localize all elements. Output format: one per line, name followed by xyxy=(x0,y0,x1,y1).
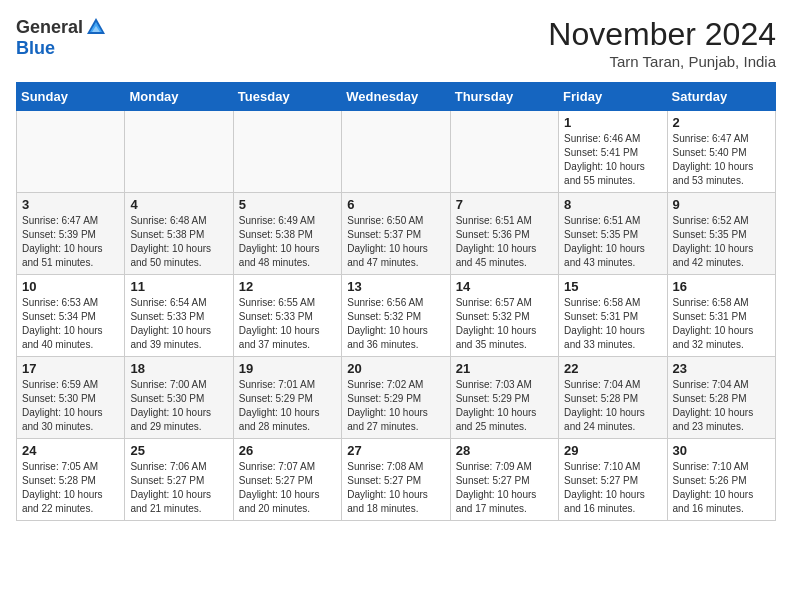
day-info: Sunrise: 7:09 AM Sunset: 5:27 PM Dayligh… xyxy=(456,460,553,516)
calendar-cell: 7Sunrise: 6:51 AM Sunset: 5:36 PM Daylig… xyxy=(450,193,558,275)
day-info: Sunrise: 7:00 AM Sunset: 5:30 PM Dayligh… xyxy=(130,378,227,434)
calendar-cell: 25Sunrise: 7:06 AM Sunset: 5:27 PM Dayli… xyxy=(125,439,233,521)
calendar-cell: 14Sunrise: 6:57 AM Sunset: 5:32 PM Dayli… xyxy=(450,275,558,357)
day-number: 19 xyxy=(239,361,336,376)
day-info: Sunrise: 6:49 AM Sunset: 5:38 PM Dayligh… xyxy=(239,214,336,270)
calendar-cell: 30Sunrise: 7:10 AM Sunset: 5:26 PM Dayli… xyxy=(667,439,775,521)
calendar-cell xyxy=(125,111,233,193)
weekday-header: Tuesday xyxy=(233,83,341,111)
day-number: 28 xyxy=(456,443,553,458)
day-info: Sunrise: 6:59 AM Sunset: 5:30 PM Dayligh… xyxy=(22,378,119,434)
month-title: November 2024 xyxy=(548,16,776,53)
day-info: Sunrise: 7:08 AM Sunset: 5:27 PM Dayligh… xyxy=(347,460,444,516)
day-number: 16 xyxy=(673,279,770,294)
day-number: 10 xyxy=(22,279,119,294)
calendar-cell: 27Sunrise: 7:08 AM Sunset: 5:27 PM Dayli… xyxy=(342,439,450,521)
calendar-cell: 2Sunrise: 6:47 AM Sunset: 5:40 PM Daylig… xyxy=(667,111,775,193)
day-info: Sunrise: 6:58 AM Sunset: 5:31 PM Dayligh… xyxy=(564,296,661,352)
day-number: 30 xyxy=(673,443,770,458)
day-number: 13 xyxy=(347,279,444,294)
day-info: Sunrise: 7:04 AM Sunset: 5:28 PM Dayligh… xyxy=(673,378,770,434)
logo-general-text: General xyxy=(16,17,83,38)
day-info: Sunrise: 6:51 AM Sunset: 5:36 PM Dayligh… xyxy=(456,214,553,270)
calendar-header-row: SundayMondayTuesdayWednesdayThursdayFrid… xyxy=(17,83,776,111)
title-block: November 2024 Tarn Taran, Punjab, India xyxy=(548,16,776,70)
day-number: 12 xyxy=(239,279,336,294)
calendar-cell: 29Sunrise: 7:10 AM Sunset: 5:27 PM Dayli… xyxy=(559,439,667,521)
weekday-header: Wednesday xyxy=(342,83,450,111)
calendar-week-row: 3Sunrise: 6:47 AM Sunset: 5:39 PM Daylig… xyxy=(17,193,776,275)
day-info: Sunrise: 7:05 AM Sunset: 5:28 PM Dayligh… xyxy=(22,460,119,516)
day-info: Sunrise: 7:10 AM Sunset: 5:26 PM Dayligh… xyxy=(673,460,770,516)
day-info: Sunrise: 6:58 AM Sunset: 5:31 PM Dayligh… xyxy=(673,296,770,352)
day-info: Sunrise: 6:57 AM Sunset: 5:32 PM Dayligh… xyxy=(456,296,553,352)
day-number: 8 xyxy=(564,197,661,212)
day-info: Sunrise: 6:47 AM Sunset: 5:39 PM Dayligh… xyxy=(22,214,119,270)
day-number: 4 xyxy=(130,197,227,212)
day-number: 17 xyxy=(22,361,119,376)
day-number: 22 xyxy=(564,361,661,376)
calendar-week-row: 10Sunrise: 6:53 AM Sunset: 5:34 PM Dayli… xyxy=(17,275,776,357)
day-info: Sunrise: 6:51 AM Sunset: 5:35 PM Dayligh… xyxy=(564,214,661,270)
day-number: 11 xyxy=(130,279,227,294)
day-number: 24 xyxy=(22,443,119,458)
calendar-week-row: 1Sunrise: 6:46 AM Sunset: 5:41 PM Daylig… xyxy=(17,111,776,193)
calendar-cell: 6Sunrise: 6:50 AM Sunset: 5:37 PM Daylig… xyxy=(342,193,450,275)
day-info: Sunrise: 6:53 AM Sunset: 5:34 PM Dayligh… xyxy=(22,296,119,352)
calendar-week-row: 17Sunrise: 6:59 AM Sunset: 5:30 PM Dayli… xyxy=(17,357,776,439)
day-number: 29 xyxy=(564,443,661,458)
calendar-cell: 19Sunrise: 7:01 AM Sunset: 5:29 PM Dayli… xyxy=(233,357,341,439)
day-info: Sunrise: 7:01 AM Sunset: 5:29 PM Dayligh… xyxy=(239,378,336,434)
calendar-cell: 11Sunrise: 6:54 AM Sunset: 5:33 PM Dayli… xyxy=(125,275,233,357)
day-number: 6 xyxy=(347,197,444,212)
day-info: Sunrise: 7:07 AM Sunset: 5:27 PM Dayligh… xyxy=(239,460,336,516)
calendar-cell xyxy=(342,111,450,193)
calendar-cell: 26Sunrise: 7:07 AM Sunset: 5:27 PM Dayli… xyxy=(233,439,341,521)
calendar-cell: 16Sunrise: 6:58 AM Sunset: 5:31 PM Dayli… xyxy=(667,275,775,357)
day-info: Sunrise: 6:55 AM Sunset: 5:33 PM Dayligh… xyxy=(239,296,336,352)
weekday-header: Sunday xyxy=(17,83,125,111)
day-info: Sunrise: 6:48 AM Sunset: 5:38 PM Dayligh… xyxy=(130,214,227,270)
day-number: 14 xyxy=(456,279,553,294)
day-number: 21 xyxy=(456,361,553,376)
calendar-cell: 13Sunrise: 6:56 AM Sunset: 5:32 PM Dayli… xyxy=(342,275,450,357)
day-info: Sunrise: 6:54 AM Sunset: 5:33 PM Dayligh… xyxy=(130,296,227,352)
calendar-cell: 15Sunrise: 6:58 AM Sunset: 5:31 PM Dayli… xyxy=(559,275,667,357)
logo: General Blue xyxy=(16,16,107,59)
calendar-cell: 18Sunrise: 7:00 AM Sunset: 5:30 PM Dayli… xyxy=(125,357,233,439)
weekday-header: Monday xyxy=(125,83,233,111)
calendar-cell: 28Sunrise: 7:09 AM Sunset: 5:27 PM Dayli… xyxy=(450,439,558,521)
calendar-cell: 17Sunrise: 6:59 AM Sunset: 5:30 PM Dayli… xyxy=(17,357,125,439)
location: Tarn Taran, Punjab, India xyxy=(548,53,776,70)
calendar-cell xyxy=(233,111,341,193)
day-number: 18 xyxy=(130,361,227,376)
calendar-cell: 9Sunrise: 6:52 AM Sunset: 5:35 PM Daylig… xyxy=(667,193,775,275)
day-info: Sunrise: 7:02 AM Sunset: 5:29 PM Dayligh… xyxy=(347,378,444,434)
logo-icon xyxy=(85,16,107,38)
day-number: 7 xyxy=(456,197,553,212)
day-number: 20 xyxy=(347,361,444,376)
weekday-header: Thursday xyxy=(450,83,558,111)
calendar-cell: 24Sunrise: 7:05 AM Sunset: 5:28 PM Dayli… xyxy=(17,439,125,521)
calendar-cell: 10Sunrise: 6:53 AM Sunset: 5:34 PM Dayli… xyxy=(17,275,125,357)
day-info: Sunrise: 6:46 AM Sunset: 5:41 PM Dayligh… xyxy=(564,132,661,188)
day-info: Sunrise: 6:47 AM Sunset: 5:40 PM Dayligh… xyxy=(673,132,770,188)
calendar-week-row: 24Sunrise: 7:05 AM Sunset: 5:28 PM Dayli… xyxy=(17,439,776,521)
calendar-cell: 4Sunrise: 6:48 AM Sunset: 5:38 PM Daylig… xyxy=(125,193,233,275)
day-info: Sunrise: 7:04 AM Sunset: 5:28 PM Dayligh… xyxy=(564,378,661,434)
day-number: 26 xyxy=(239,443,336,458)
calendar-cell: 8Sunrise: 6:51 AM Sunset: 5:35 PM Daylig… xyxy=(559,193,667,275)
day-number: 2 xyxy=(673,115,770,130)
day-number: 25 xyxy=(130,443,227,458)
calendar-cell: 23Sunrise: 7:04 AM Sunset: 5:28 PM Dayli… xyxy=(667,357,775,439)
calendar-cell: 1Sunrise: 6:46 AM Sunset: 5:41 PM Daylig… xyxy=(559,111,667,193)
day-number: 5 xyxy=(239,197,336,212)
calendar-cell: 20Sunrise: 7:02 AM Sunset: 5:29 PM Dayli… xyxy=(342,357,450,439)
weekday-header: Friday xyxy=(559,83,667,111)
calendar-cell: 12Sunrise: 6:55 AM Sunset: 5:33 PM Dayli… xyxy=(233,275,341,357)
calendar-cell xyxy=(450,111,558,193)
calendar-table: SundayMondayTuesdayWednesdayThursdayFrid… xyxy=(16,82,776,521)
calendar-cell: 3Sunrise: 6:47 AM Sunset: 5:39 PM Daylig… xyxy=(17,193,125,275)
day-number: 15 xyxy=(564,279,661,294)
calendar-cell: 21Sunrise: 7:03 AM Sunset: 5:29 PM Dayli… xyxy=(450,357,558,439)
